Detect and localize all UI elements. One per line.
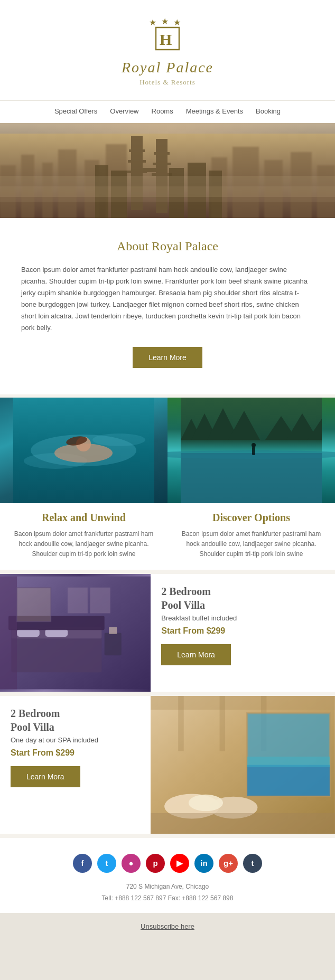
google-plus-icon[interactable]: g+ (219, 854, 238, 873)
offer-2-title: 2 BedroomPool Villa (11, 706, 140, 734)
contact-line: Tell: +888 122 567 897 Fax: +888 122 567… (11, 893, 324, 904)
about-text: Bacon ipsum dolor amet frankfurter pastr… (21, 264, 314, 334)
pool-image (0, 398, 168, 503)
svg-rect-71 (247, 757, 330, 767)
svg-rect-56 (45, 629, 68, 637)
hotel-name: Royal Palace (11, 59, 324, 76)
svg-text:H: H (160, 31, 172, 48)
feature-col-2-content: Discover Options Bacon ipsum dolor amet … (168, 503, 335, 570)
feature-col-1-title: Relax and Unwind (11, 512, 157, 524)
offer-1-section: 2 BedroomPool Villa Breakfast buffet inc… (0, 574, 335, 692)
offer-1-learn-more-button[interactable]: Learn Mora (161, 644, 231, 665)
offer-2-section: 2 BedroomPool Villa One day at our SPA i… (0, 696, 335, 834)
feature-col-2-title: Discover Options (178, 512, 324, 524)
unsubscribe-link[interactable]: Unsubscribe here (141, 922, 194, 930)
linkedin-icon[interactable]: in (194, 854, 213, 873)
svg-rect-23 (153, 163, 171, 165)
svg-rect-67 (220, 696, 225, 751)
unsubscribe-bar: Unsubscribe here (0, 913, 335, 939)
svg-rect-24 (152, 173, 172, 176)
social-icons-container: f t ● p ▶ in g+ t (11, 854, 324, 873)
nav-overview[interactable]: Overview (110, 107, 138, 115)
svg-rect-22 (154, 152, 170, 155)
facebook-icon[interactable]: f (73, 854, 92, 873)
nav-rooms[interactable]: Rooms (152, 107, 173, 115)
hotel-logo: ★ ★ ★ H (146, 16, 189, 55)
hotel-tagline: Hotels & Resorts (11, 78, 324, 87)
main-nav: Special Offers Overview Rooms Meetings &… (0, 100, 335, 123)
youtube-icon[interactable]: ▶ (170, 854, 189, 873)
features-section: Relax and Unwind Bacon ipsum dolor amet … (0, 398, 335, 570)
nav-special-offers[interactable]: Special Offers (54, 107, 97, 115)
svg-rect-25 (143, 168, 156, 172)
offer-2-learn-more-button[interactable]: Learn Mora (11, 766, 80, 787)
feature-col-1-text: Bacon ipsum dolor amet frankfurter pastr… (11, 529, 157, 560)
svg-point-74 (189, 795, 223, 811)
offer-2-subtitle: One day at our SPA included (11, 736, 140, 744)
offer-1-title: 2 BedroomPool Villa (161, 585, 324, 612)
footer-social: f t ● p ▶ in g+ t 720 S Michigan Ave, Ch… (0, 838, 335, 912)
footer-address: 720 S Michigan Ave, Chicago Tell: +888 1… (11, 881, 324, 904)
hero-image (0, 123, 335, 218)
offer-1-subtitle: Breakfast buffet included (161, 614, 324, 622)
svg-rect-70 (247, 765, 330, 796)
svg-rect-75 (151, 813, 335, 834)
svg-rect-58 (105, 633, 122, 656)
about-section: About Royal Palace Bacon ipsum dolor ame… (0, 218, 335, 394)
svg-rect-66 (179, 696, 184, 751)
svg-rect-61 (17, 588, 51, 621)
twitter-icon[interactable]: t (97, 854, 116, 873)
svg-point-49 (168, 450, 335, 459)
svg-rect-60 (0, 577, 17, 690)
feature-col-2-text: Bacon ipsum dolor amet frankfurter pastr… (178, 529, 324, 560)
svg-rect-32 (0, 186, 335, 202)
svg-rect-63 (90, 588, 110, 613)
offer-1-content: 2 BedroomPool Villa Breakfast buffet inc… (151, 574, 335, 692)
svg-rect-59 (109, 627, 117, 634)
svg-rect-18 (129, 149, 145, 152)
offer-1-price: Start From $299 (161, 626, 324, 636)
svg-rect-19 (128, 160, 146, 163)
feature-col-2: Discover Options Bacon ipsum dolor amet … (168, 398, 335, 570)
about-learn-more-button[interactable]: Learn More (133, 347, 202, 368)
offer-1-image (0, 574, 151, 692)
svg-rect-48 (181, 453, 322, 503)
about-title: About Royal Palace (21, 239, 314, 253)
header: ★ ★ ★ H Royal Palace Hotels & Resorts (0, 0, 335, 100)
features-row: Relax and Unwind Bacon ipsum dolor amet … (0, 398, 335, 570)
offer-1-row: 2 BedroomPool Villa Breakfast buffet inc… (0, 574, 335, 692)
svg-text:★: ★ (161, 17, 169, 26)
offer-2-content: 2 BedroomPool Villa One day at our SPA i… (0, 696, 151, 834)
svg-rect-50 (252, 447, 255, 455)
address-line: 720 S Michigan Ave, Chicago (11, 881, 324, 893)
svg-rect-55 (17, 629, 40, 637)
svg-point-51 (252, 443, 256, 447)
pinterest-icon[interactable]: p (146, 854, 165, 873)
offer-2-row: 2 BedroomPool Villa One day at our SPA i… (0, 696, 335, 834)
offer-2-image (151, 696, 335, 834)
svg-point-36 (92, 434, 145, 446)
nav-booking[interactable]: Booking (256, 107, 281, 115)
instagram-icon[interactable]: ● (122, 854, 141, 873)
tumblr-icon[interactable]: t (243, 854, 262, 873)
lake-image (168, 398, 335, 503)
offer-2-price: Start From $299 (11, 748, 140, 758)
feature-col-1: Relax and Unwind Bacon ipsum dolor amet … (0, 398, 168, 570)
feature-col-1-content: Relax and Unwind Bacon ipsum dolor amet … (0, 503, 168, 570)
nav-meetings-events[interactable]: Meetings & Events (186, 107, 243, 115)
svg-text:★: ★ (149, 18, 156, 27)
svg-rect-62 (68, 588, 87, 613)
svg-text:★: ★ (173, 18, 181, 27)
